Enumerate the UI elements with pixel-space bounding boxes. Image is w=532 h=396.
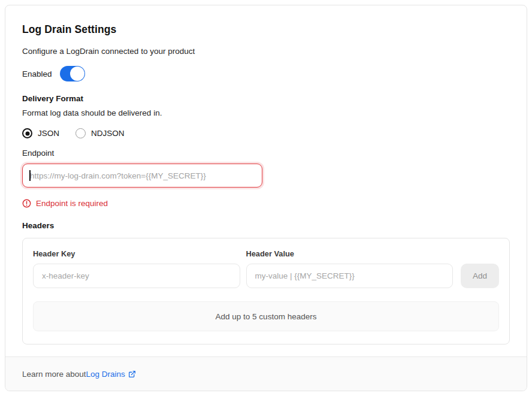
delivery-format-label: Delivery Format	[22, 94, 510, 103]
radio-option-label: NDJSON	[91, 129, 125, 138]
headers-label: Headers	[22, 221, 510, 230]
header-key-input[interactable]	[33, 264, 240, 288]
log-drains-link[interactable]: Log Drains	[86, 370, 136, 379]
radio-unselected-icon	[75, 128, 86, 138]
card-main: Log Drain Settings Configure a LogDrain …	[5, 5, 527, 356]
header-value-input[interactable]	[246, 264, 454, 288]
log-drains-link-label: Log Drains	[86, 370, 125, 379]
enabled-toggle[interactable]	[60, 66, 85, 81]
delivery-format-description: Format log data should be delivered in.	[22, 108, 510, 117]
delivery-format-radio-group: JSON NDJSON	[22, 128, 510, 138]
endpoint-field-wrap	[22, 164, 262, 188]
add-header-button[interactable]: Add	[461, 264, 499, 288]
header-value-label: Header Value	[246, 249, 454, 258]
header-key-column: Header Key	[33, 249, 240, 288]
toggle-knob	[70, 66, 84, 81]
radio-option-label: JSON	[38, 129, 59, 138]
enabled-label: Enabled	[22, 69, 52, 78]
header-value-column: Header Value	[246, 249, 454, 288]
card-footer: Learn more aboutLog Drains	[5, 356, 527, 391]
page-subtitle: Configure a LogDrain connected to your p…	[22, 47, 510, 56]
endpoint-label: Endpoint	[22, 149, 510, 158]
header-key-label: Header Key	[33, 249, 240, 258]
text-caret	[29, 170, 31, 181]
headers-box: Header Key Header Value Add Add up to 5 …	[22, 238, 510, 344]
radio-selected-icon	[22, 128, 32, 138]
enabled-row: Enabled	[22, 66, 510, 81]
headers-note: Add up to 5 custom headers	[33, 301, 499, 331]
external-link-icon	[128, 370, 136, 378]
endpoint-error: Endpoint is required	[22, 199, 510, 208]
alert-circle-icon	[22, 199, 31, 208]
footer-text: Learn more about	[22, 370, 86, 379]
endpoint-input[interactable]	[22, 164, 262, 188]
log-drain-settings-card: Log Drain Settings Configure a LogDrain …	[5, 5, 527, 391]
page-title: Log Drain Settings	[22, 23, 510, 36]
radio-option-json[interactable]: JSON	[22, 128, 59, 138]
headers-input-row: Header Key Header Value Add	[33, 249, 499, 288]
radio-option-ndjson[interactable]: NDJSON	[75, 128, 125, 138]
endpoint-error-text: Endpoint is required	[36, 199, 108, 208]
